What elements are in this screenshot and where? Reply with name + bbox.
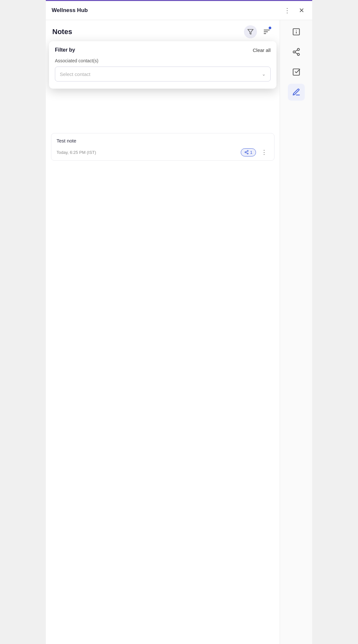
more-icon: ⋮	[284, 6, 290, 14]
svg-line-17	[295, 53, 297, 54]
app-container: Wellness Hub ⋮ ✕ Notes	[46, 0, 312, 644]
associations-badge[interactable]: 1	[241, 148, 256, 156]
share-icon	[292, 48, 300, 56]
sidebar-share-button[interactable]	[288, 43, 305, 60]
close-button[interactable]: ✕	[297, 6, 306, 15]
filter-icon	[247, 29, 254, 35]
associations-count: 1	[250, 150, 252, 155]
select-contact-dropdown[interactable]: Select contact ⌄	[55, 67, 271, 81]
sidebar-notes-button[interactable]	[288, 84, 305, 101]
sort-button[interactable]	[260, 25, 273, 38]
checkbox-icon	[292, 68, 300, 76]
svg-line-9	[246, 153, 247, 153]
svg-line-10	[246, 151, 247, 152]
filter-panel-header: Filter by Clear all	[55, 47, 271, 53]
svg-line-18	[295, 50, 297, 51]
close-icon: ✕	[299, 6, 304, 14]
filter-panel: Filter by Clear all Associated contact(s…	[49, 41, 276, 89]
notes-list: Test note Today, 6:25 PM (IST)	[46, 130, 280, 164]
main-layout: Notes	[46, 20, 312, 644]
note-timestamp: Today, 6:25 PM (IST)	[57, 150, 96, 155]
sort-icon	[263, 28, 270, 35]
app-title: Wellness Hub	[52, 7, 88, 14]
notes-header-actions	[244, 25, 273, 38]
header-actions: ⋮ ✕	[282, 6, 306, 15]
more-options-header-button[interactable]: ⋮	[282, 6, 292, 15]
info-icon	[292, 28, 300, 36]
svg-rect-19	[293, 69, 300, 75]
sort-active-dot	[269, 27, 271, 29]
notes-panel: Notes	[46, 20, 280, 644]
clear-all-button[interactable]: Clear all	[253, 47, 271, 53]
edit-icon	[292, 88, 300, 96]
app-header: Wellness Hub ⋮ ✕	[46, 1, 312, 20]
notes-header: Notes	[46, 20, 280, 42]
associations-icon	[244, 150, 249, 155]
sidebar-tasks-button[interactable]	[288, 64, 305, 80]
sidebar-info-button[interactable]	[288, 23, 305, 40]
svg-marker-0	[248, 30, 253, 34]
chevron-down-icon: ⌄	[262, 71, 266, 77]
note-more-options-button[interactable]: ⋮	[259, 147, 269, 157]
filter-by-label: Filter by	[55, 47, 75, 53]
filter-section-label: Associated contact(s)	[55, 58, 271, 63]
note-footer-actions: 1 ⋮	[241, 147, 269, 157]
right-sidebar	[280, 20, 312, 644]
notes-title: Notes	[52, 28, 72, 36]
note-title: Test note	[57, 138, 269, 143]
select-contact-placeholder: Select contact	[60, 71, 90, 77]
note-footer: Today, 6:25 PM (IST) 1	[57, 147, 269, 157]
note-card: Test note Today, 6:25 PM (IST)	[51, 133, 275, 161]
filter-button[interactable]	[244, 25, 257, 38]
more-options-icon: ⋮	[261, 149, 267, 156]
